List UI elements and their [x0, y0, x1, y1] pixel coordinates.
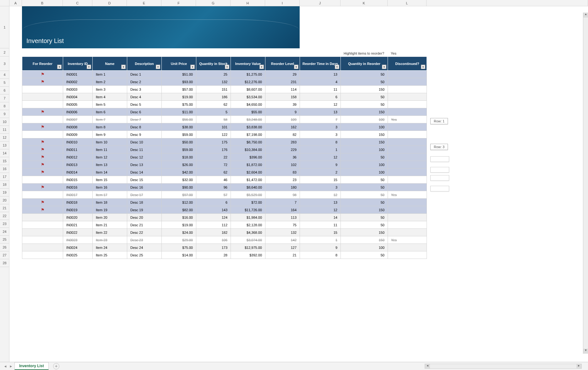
qty-stock[interactable]: 5: [196, 108, 231, 116]
table-row[interactable]: IN0007Item 7Desc 7$56.0058$3,248.0010971…: [22, 116, 427, 123]
row-header-7[interactable]: 7: [0, 94, 9, 102]
row-header-23[interactable]: 23: [0, 220, 9, 228]
tab-nav-next-icon[interactable]: ►: [9, 364, 13, 368]
unit-price[interactable]: $59.00: [162, 146, 196, 153]
qty-reorder[interactable]: 100: [341, 244, 388, 251]
reorder-days[interactable]: 11: [300, 221, 341, 229]
reorder-days[interactable]: 9: [300, 161, 341, 169]
qty-reorder[interactable]: 150: [341, 138, 388, 146]
row-header-27[interactable]: 27: [0, 251, 9, 259]
item-name[interactable]: Item 7: [93, 116, 127, 123]
unit-price[interactable]: $38.00: [162, 123, 196, 131]
inventory-value[interactable]: $2,604.00: [231, 169, 265, 176]
qty-stock[interactable]: 122: [196, 131, 231, 138]
row-header-20[interactable]: 20: [0, 196, 9, 204]
filter-dropdown-icon[interactable]: ▾: [294, 65, 298, 69]
inventory-value[interactable]: $10,384.00: [231, 146, 265, 153]
reorder-level[interactable]: 7: [265, 199, 300, 206]
item-desc[interactable]: Desc 5: [127, 101, 162, 108]
inventory-value[interactable]: $5,529.00: [231, 191, 265, 199]
qty-reorder[interactable]: 150: [341, 236, 388, 244]
sheet-tab-active[interactable]: Inventory List: [14, 362, 49, 370]
item-desc[interactable]: Desc 2: [127, 78, 162, 86]
reorder-days[interactable]: 14: [300, 214, 341, 221]
inventory-id[interactable]: IN0009: [63, 131, 93, 138]
discontinued[interactable]: [388, 108, 427, 116]
discontinued[interactable]: [388, 176, 427, 184]
inventory-id[interactable]: IN0018: [63, 199, 93, 206]
reorder-level[interactable]: 102: [265, 161, 300, 169]
row-header-5[interactable]: 5: [0, 79, 9, 87]
row-header-19[interactable]: 19: [0, 189, 9, 196]
filter-dropdown-icon[interactable]: ▾: [190, 65, 195, 69]
unit-price[interactable]: $82.00: [162, 206, 196, 214]
col-quantity-in-stock[interactable]: Quantity in Stock▾: [196, 57, 231, 71]
discontinued[interactable]: [388, 184, 427, 191]
inventory-id[interactable]: IN0023: [63, 236, 93, 244]
reorder-days[interactable]: 11: [300, 86, 341, 93]
reorder-flag[interactable]: ⚑: [22, 108, 63, 116]
col-header-F[interactable]: F: [161, 0, 196, 6]
reorder-days[interactable]: 12: [300, 101, 341, 108]
discontinued[interactable]: [388, 78, 427, 86]
unit-price[interactable]: $26.00: [162, 161, 196, 169]
inventory-value[interactable]: $4,368.00: [231, 229, 265, 236]
table-row[interactable]: IN0024Item 24Desc 24$75.00173$12,975.001…: [22, 244, 427, 251]
unit-price[interactable]: $29.00: [162, 236, 196, 244]
table-row[interactable]: IN0005Item 5Desc 5$75.0062$4,650.0039125…: [22, 101, 427, 108]
unit-price[interactable]: $18.00: [162, 153, 196, 161]
reorder-days[interactable]: 13: [300, 71, 341, 78]
inventory-value[interactable]: $12,276.00: [231, 78, 265, 86]
item-name[interactable]: Item 14: [93, 169, 127, 176]
item-desc[interactable]: Desc 20: [127, 214, 162, 221]
unit-price[interactable]: $93.00: [162, 78, 196, 86]
item-name[interactable]: Item 9: [93, 131, 127, 138]
row-header-6[interactable]: 6: [0, 87, 9, 94]
row-header-3[interactable]: 3: [0, 56, 9, 71]
table-row[interactable]: ⚑IN0013Item 13Desc 13$26.0072$1,872.0010…: [22, 161, 427, 169]
table-row[interactable]: ⚑IN0018Item 18Desc 18$12.006$72.0071350: [22, 199, 427, 206]
reorder-level[interactable]: 132: [265, 229, 300, 236]
qty-stock[interactable]: 112: [196, 221, 231, 229]
inventory-id[interactable]: IN0014: [63, 169, 93, 176]
reorder-flag[interactable]: ⚑: [22, 123, 63, 131]
inventory-value[interactable]: $3,248.00: [231, 116, 265, 123]
item-desc[interactable]: Desc 1: [127, 71, 162, 78]
discontinued[interactable]: Yes: [388, 236, 427, 244]
inventory-value[interactable]: $2,128.00: [231, 221, 265, 229]
reorder-days[interactable]: 12: [300, 206, 341, 214]
inventory-value[interactable]: $1,984.00: [231, 214, 265, 221]
qty-stock[interactable]: 173: [196, 244, 231, 251]
row-header-15[interactable]: 15: [0, 157, 9, 165]
discontinued[interactable]: [388, 138, 427, 146]
item-name[interactable]: Item 13: [93, 161, 127, 169]
qty-reorder[interactable]: 150: [341, 108, 388, 116]
item-desc[interactable]: Desc 6: [127, 108, 162, 116]
discontinued[interactable]: [388, 93, 427, 101]
unit-price[interactable]: $75.00: [162, 101, 196, 108]
item-name[interactable]: Item 20: [93, 214, 127, 221]
col-header-H[interactable]: H: [231, 0, 265, 6]
col-for-reorder[interactable]: For Reorder▾: [22, 57, 63, 71]
unit-price[interactable]: $75.00: [162, 244, 196, 251]
qty-stock[interactable]: 58: [196, 116, 231, 123]
item-desc[interactable]: Desc 4: [127, 93, 162, 101]
reorder-days[interactable]: 13: [300, 108, 341, 116]
reorder-flag[interactable]: ⚑: [22, 138, 63, 146]
reorder-flag[interactable]: [22, 236, 63, 244]
qty-reorder[interactable]: 50: [341, 71, 388, 78]
inventory-value[interactable]: $3,074.00: [231, 236, 265, 244]
table-row[interactable]: IN0025Item 25Desc 25$14.0028$392.0021850: [22, 251, 427, 259]
reorder-level[interactable]: 9: [265, 108, 300, 116]
discontinued[interactable]: [388, 86, 427, 93]
item-name[interactable]: Item 1: [93, 71, 127, 78]
qty-reorder[interactable]: 50: [341, 221, 388, 229]
col-header-D[interactable]: D: [92, 0, 127, 6]
qty-stock[interactable]: 143: [196, 206, 231, 214]
reorder-level[interactable]: 109: [265, 116, 300, 123]
row-header-24[interactable]: 24: [0, 228, 9, 236]
inventory-id[interactable]: IN0007: [63, 116, 93, 123]
unit-price[interactable]: $51.00: [162, 71, 196, 78]
filter-dropdown-icon[interactable]: ▾: [259, 65, 264, 69]
inventory-value[interactable]: $8,640.00: [231, 184, 265, 191]
